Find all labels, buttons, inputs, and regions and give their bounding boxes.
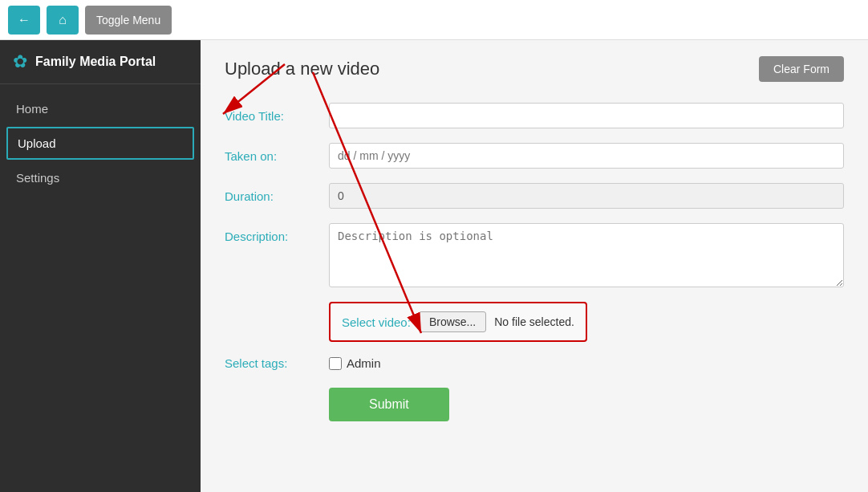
description-textarea[interactable] <box>329 223 844 287</box>
sidebar-item-home[interactable]: Home <box>0 92 201 125</box>
content-area: Upload a new video Clear Form Video Titl… <box>201 40 868 492</box>
duration-row: Duration: <box>225 183 844 209</box>
sidebar-item-upload[interactable]: Upload <box>6 127 194 160</box>
sidebar-item-home-label: Home <box>16 102 48 116</box>
taken-on-input[interactable] <box>329 143 844 169</box>
file-select-row: Select video: Browse... No file selected… <box>225 302 844 342</box>
select-tags-label: Select tags: <box>225 356 329 370</box>
description-row: Description: <box>225 223 844 287</box>
file-select-box: Select video: Browse... No file selected… <box>329 302 587 342</box>
sidebar-nav: Home Upload Settings <box>0 84 201 202</box>
main-layout: ✿ Family Media Portal Home Upload Settin… <box>0 40 868 492</box>
sidebar-item-settings[interactable]: Settings <box>0 161 201 194</box>
taken-on-row: Taken on: <box>225 143 844 169</box>
tag-admin-checkbox[interactable] <box>329 357 342 370</box>
tag-admin-item: Admin <box>329 356 381 370</box>
select-video-label: Select video: <box>342 315 411 329</box>
clear-form-button[interactable]: Clear Form <box>759 56 844 82</box>
no-file-text: No file selected. <box>494 315 574 328</box>
content-header: Upload a new video Clear Form <box>201 40 868 95</box>
sidebar-header: ✿ Family Media Portal <box>0 40 201 84</box>
tag-admin-label: Admin <box>347 356 381 370</box>
video-title-input[interactable] <box>329 103 844 128</box>
form-container: Video Title: Taken on: Duration: Descrip… <box>201 95 868 437</box>
app-title: Family Media Portal <box>35 55 156 69</box>
description-label: Description: <box>225 223 329 243</box>
submit-button[interactable]: Submit <box>329 388 449 421</box>
toggle-menu-button[interactable]: Toggle Menu <box>85 6 172 35</box>
video-title-row: Video Title: <box>225 103 844 128</box>
video-title-label: Video Title: <box>225 103 329 123</box>
duration-input[interactable] <box>329 183 844 209</box>
tags-row: Select tags: Admin <box>225 356 844 370</box>
sidebar-item-upload-label: Upload <box>18 136 56 150</box>
taken-on-label: Taken on: <box>225 143 329 163</box>
app-logo-icon: ✿ <box>13 51 27 72</box>
page-title: Upload a new video <box>225 59 379 79</box>
home-button[interactable]: ⌂ <box>47 6 79 35</box>
sidebar: ✿ Family Media Portal Home Upload Settin… <box>0 40 201 492</box>
browse-button[interactable]: Browse... <box>419 311 486 332</box>
sidebar-item-settings-label: Settings <box>16 171 59 185</box>
back-button[interactable]: ← <box>8 6 40 35</box>
duration-label: Duration: <box>225 183 329 203</box>
topbar: ← ⌂ Toggle Menu <box>0 0 868 40</box>
